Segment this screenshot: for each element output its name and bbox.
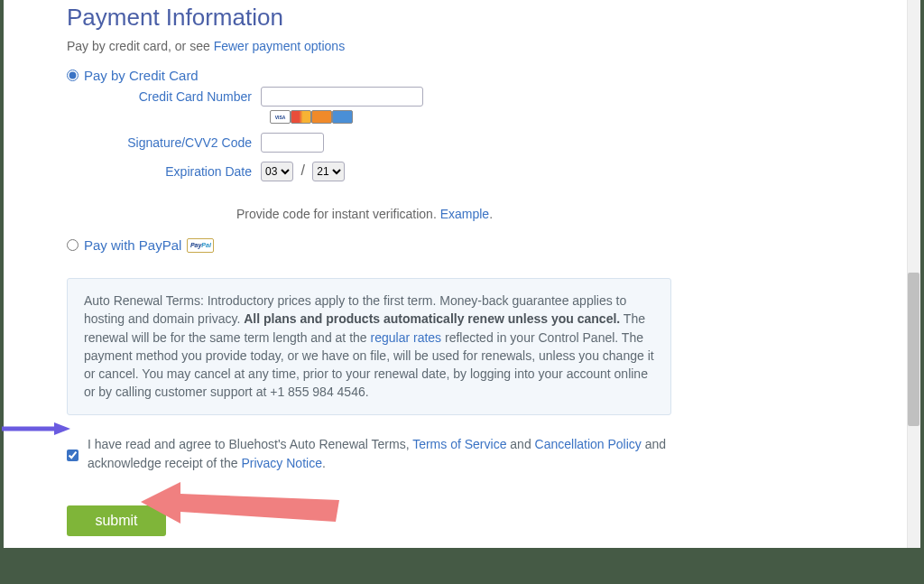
scrollbar-thumb[interactable] [908, 273, 919, 426]
cancellation-policy-link[interactable]: Cancellation Policy [535, 437, 642, 451]
agree-t4: . [322, 456, 326, 470]
pay-with-paypal-radio[interactable] [67, 239, 79, 251]
cvv-input[interactable] [261, 133, 324, 153]
verification-note: Provide code for instant verification. E… [236, 207, 707, 221]
submit-button[interactable]: submit [67, 505, 166, 536]
cc-number-input[interactable] [261, 87, 423, 107]
auto-renewal-terms-box: Auto Renewal Terms: Introductory prices … [67, 278, 671, 415]
expiration-label: Expiration Date [67, 164, 261, 179]
window-frame-bottom [0, 548, 924, 584]
pay-with-paypal-label: Pay with PayPal [84, 237, 181, 253]
agree-block: I have read and agree to Bluehost's Auto… [67, 435, 671, 473]
fewer-payment-options-link[interactable]: Fewer payment options [214, 39, 346, 53]
window-frame-right [920, 0, 924, 584]
pay-by-cc-row: Pay by Credit Card [67, 68, 707, 83]
agree-checkbox[interactable] [67, 438, 79, 473]
page: Payment Information Pay by credit card, … [4, 0, 907, 548]
terms-bold: All plans and products automatically ren… [244, 311, 620, 326]
verification-dot: . [489, 207, 493, 221]
verification-text: Provide code for instant verification. [236, 207, 440, 221]
page-title: Payment Information [67, 0, 707, 32]
amex-icon [332, 110, 353, 124]
pay-by-cc-label: Pay by Credit Card [84, 68, 199, 83]
mastercard-icon [291, 110, 311, 124]
terms-of-service-link[interactable]: Terms of Service [412, 437, 506, 451]
pay-options-text: Pay by credit card, or see [67, 39, 214, 53]
agree-t1: I have read and agree to Bluehost's Auto… [88, 437, 412, 451]
verification-example-link[interactable]: Example [440, 207, 489, 221]
accepted-cards: VISA [270, 110, 707, 124]
pay-options-line: Pay by credit card, or see Fewer payment… [67, 39, 707, 53]
pay-by-cc-radio[interactable] [67, 70, 79, 81]
pay-with-paypal-row: Pay with PayPal PayPal [67, 237, 707, 253]
cc-number-label: Credit Card Number [67, 89, 261, 104]
paypal-icon: PayPal [187, 238, 214, 253]
cvv-label: Signature/CVV2 Code [67, 135, 261, 150]
expiration-year-select[interactable]: 21 [312, 162, 345, 181]
privacy-notice-link[interactable]: Privacy Notice [241, 456, 321, 470]
regular-rates-link[interactable]: regular rates [371, 330, 442, 345]
expiration-slash: / [297, 162, 308, 178]
agree-t2: and [506, 437, 534, 451]
discover-icon [311, 110, 332, 124]
visa-icon: VISA [270, 110, 291, 124]
expiration-month-select[interactable]: 03 [261, 162, 293, 181]
